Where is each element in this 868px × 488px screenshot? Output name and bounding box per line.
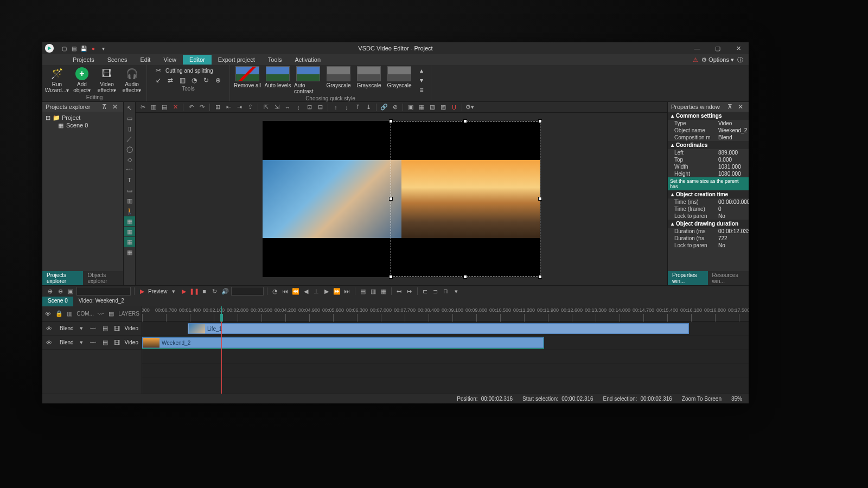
style-grayscale-1[interactable]: Grayscale [324,66,353,94]
wave-icon[interactable]: 〰 [89,324,98,333]
group-coordinates[interactable]: ▴Coordinates [668,141,749,149]
track-head-1[interactable]: 👁 Blend ▾ 〰 ▤ 🎞 Video [42,322,142,336]
tl-s3-icon[interactable]: ⊓ [442,287,450,296]
opt-m5-icon[interactable]: U [449,103,459,112]
menu-export[interactable]: Export project [212,55,261,65]
audio-effects-button[interactable]: 🎧 Audio effects▾ [120,66,143,93]
options-button[interactable]: ⚙Options ▾ [701,56,734,63]
prop-width[interactable]: Width1031.000 [668,163,749,170]
eye-col-icon[interactable]: 👁 [44,310,52,318]
tl-zoomin-icon[interactable]: ⊕ [46,287,54,296]
layers-col-icon[interactable]: ▥ [66,310,74,318]
tl-rew-icon[interactable]: ⏪ [291,287,300,296]
style-grayscale-3[interactable]: Grayscale [385,66,413,94]
vtool-g3[interactable]: ▦ [124,237,135,247]
warn-icon[interactable]: ⚠ [693,56,698,63]
opt-align3-icon[interactable]: ⇥ [234,103,244,112]
qat-save-icon[interactable]: 💾 [79,44,88,53]
vtool-rect[interactable]: ▭ [124,113,135,123]
opt-paste-icon[interactable]: ▤ [159,103,169,112]
vtool-man[interactable]: 🚶 [124,206,135,216]
qat-record-icon[interactable]: ● [89,44,98,53]
tl-clock-icon[interactable]: ◔ [271,287,279,296]
tl-loop-icon[interactable]: ↻ [210,287,219,296]
tree-scene-0[interactable]: ▦Scene 0 [44,121,121,129]
track-empty-1[interactable] [142,350,749,364]
tool1-icon[interactable]: ↙ [154,76,163,85]
tab-projects-explorer[interactable]: Projects explorer [42,271,83,285]
tl-s2-icon[interactable]: ⊐ [431,287,440,296]
opt-up-icon[interactable]: ↑ [331,103,341,112]
wave-col-icon[interactable]: 〰 [97,310,105,318]
tool6-icon[interactable]: ⊕ [213,76,223,85]
tl-g2-icon[interactable]: ▥ [369,287,378,296]
tl-s1-icon[interactable]: ⊏ [421,287,430,296]
style-down-icon[interactable]: ▾ [417,76,426,85]
tl-prev-icon[interactable]: ◀ [302,287,310,296]
style-up-icon[interactable]: ▴ [417,66,426,75]
tl-s4-icon[interactable]: ▾ [452,287,461,296]
prop-height[interactable]: Height1080.000 [668,170,749,177]
handle-tl[interactable] [389,119,393,123]
eye-icon[interactable]: 👁 [44,338,53,347]
maximize-button[interactable]: ▢ [707,42,728,54]
vtool-ellipse[interactable]: ◯ [124,144,135,154]
track-head-2[interactable]: 👁 Blend ▾ 〰 ▤ 🎞 Video [42,336,142,350]
opt-copy-icon[interactable]: ▥ [149,103,158,112]
close-panel-icon[interactable]: ✕ [736,102,745,111]
wave-icon[interactable]: 〰 [89,338,98,347]
tool3-icon[interactable]: ▥ [177,76,187,85]
qat-new-icon[interactable]: ▢ [60,44,68,53]
group-creation[interactable]: ▴Object creation time [668,190,749,198]
handle-bm[interactable] [463,275,467,279]
prop-object-name[interactable]: Object nameWeekend_2 [668,127,749,134]
opt-al10-icon[interactable]: ⊟ [315,103,325,112]
opt-align4-icon[interactable]: ⇪ [245,103,255,112]
tl-preview-dd-icon[interactable]: ▾ [169,287,178,296]
tl-fit-icon[interactable]: ▣ [66,287,75,296]
vtool-g1[interactable]: ▦ [124,216,135,226]
prop-durfr[interactable]: Duration (fra722 [668,235,749,242]
opt-link-icon[interactable]: 🔗 [379,103,389,112]
vtool-line[interactable]: ／ [124,134,135,144]
tl-stepb-icon[interactable]: ⊥ [312,287,321,296]
pin-icon[interactable]: ⊼ [725,102,735,111]
style-remove-all[interactable]: Remove all [233,66,261,94]
chevron-down-icon[interactable]: ▾ [77,338,86,347]
prop-durms[interactable]: Duration (ms00:00:12.033 [668,228,749,235]
chevron-down-icon[interactable]: ▾ [77,324,86,333]
prop-lock2[interactable]: Lock to parenNo [668,242,749,249]
tl-scene-tab[interactable]: Scene 0 [42,297,73,306]
tl-play2-icon[interactable]: ▶ [180,287,188,296]
tool4-icon[interactable]: ◔ [189,76,199,85]
menu-projects[interactable]: Projects [66,55,101,65]
tl-next-icon[interactable]: ▶ [322,287,331,296]
track-2[interactable]: Weekend_2 [142,336,749,350]
opt-gear-icon[interactable]: ⚙▾ [465,103,475,112]
playhead-grip[interactable] [220,314,223,322]
opt-al7-icon[interactable]: ↔ [283,103,292,112]
group-drawing[interactable]: ▴Object drawing duration [668,220,749,228]
menu-edit[interactable]: Edit [133,55,157,65]
film-icon[interactable]: 🎞 [113,338,122,347]
eye-icon[interactable]: 👁 [44,324,53,333]
tl-first-icon[interactable]: ⏮ [281,287,290,296]
tl-n1-icon[interactable]: ↤ [395,287,404,296]
handle-ml[interactable] [389,197,393,201]
opt-m2-icon[interactable]: ▦ [417,103,426,112]
video-effects-button[interactable]: 🎞 Video effects▾ [95,66,118,93]
tab-properties[interactable]: Properties win... [668,271,708,285]
handle-tr[interactable] [538,119,542,123]
opt-cut-icon[interactable]: ✂ [138,103,148,112]
style-auto-contrast[interactable]: Auto contrast [294,66,322,94]
vtool-g2[interactable]: ▦ [124,227,135,236]
opt-redo-icon[interactable]: ↷ [197,103,207,112]
vtool-chart[interactable]: ▥ [124,196,135,206]
film-icon[interactable]: 🎞 [113,324,122,333]
opt-al8-icon[interactable]: ↕ [293,103,303,112]
clip-life-1[interactable]: Life_1 [188,323,689,334]
tree-project[interactable]: ⊟📁Project [44,114,121,121]
qat-more-icon[interactable]: ▾ [99,44,107,53]
style-grayscale-2[interactable]: Grayscale [355,66,383,94]
opt-m3-icon[interactable]: ▧ [427,103,437,112]
